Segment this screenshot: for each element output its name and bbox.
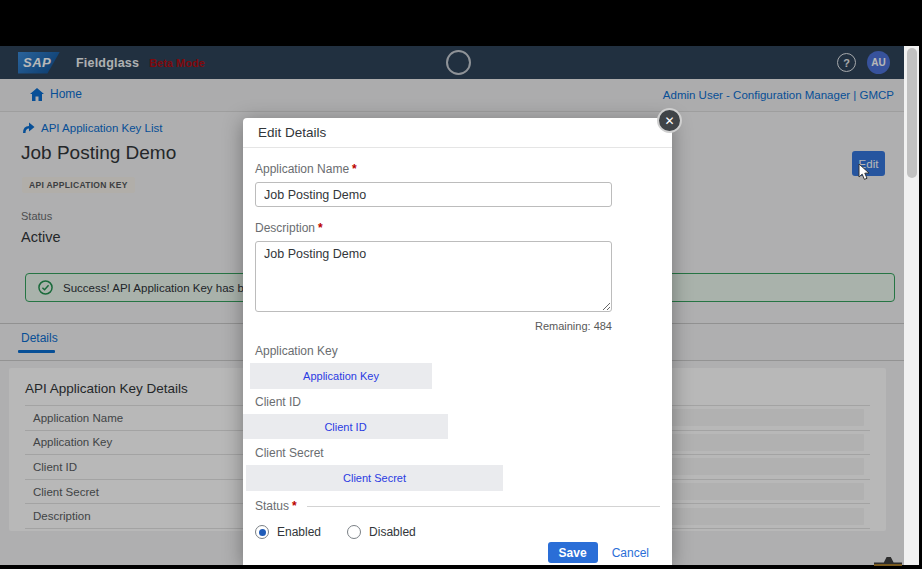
- mouse-cursor: [858, 163, 871, 181]
- status-section: Status*: [255, 499, 660, 513]
- required-asterisk: *: [318, 221, 323, 235]
- required-asterisk: *: [292, 499, 297, 513]
- radio-disabled-label: Disabled: [369, 525, 416, 539]
- application-name-label: Application Name*: [255, 162, 660, 176]
- remaining-counter: Remaining: 484: [255, 320, 612, 332]
- application-name-field[interactable]: [255, 182, 612, 207]
- scrollbar-thumb[interactable]: [907, 48, 917, 178]
- cancel-button[interactable]: Cancel: [612, 546, 649, 560]
- radio-enabled[interactable]: [255, 525, 269, 539]
- modal-body: Application Name* Description* Job Posti…: [243, 148, 672, 539]
- client-id-masked-value: Client ID: [243, 414, 448, 439]
- modal-status-label: Status*: [255, 499, 297, 513]
- scrollbar-track[interactable]: [904, 46, 919, 565]
- edit-details-modal: ✕ Edit Details Application Name* Descrip…: [243, 118, 672, 565]
- modal-footer: Save Cancel: [548, 542, 649, 563]
- description-label: Description*: [255, 221, 660, 235]
- modal-title: Edit Details: [258, 125, 326, 140]
- status-divider: [307, 506, 660, 507]
- client-secret-label: Client Secret: [255, 446, 660, 460]
- screen: SAP Fieldglass Beta Mode ? AU Home Admin…: [0, 0, 922, 569]
- close-icon[interactable]: ✕: [657, 108, 682, 133]
- client-id-label: Client ID: [255, 395, 660, 409]
- letterbox-top: [0, 0, 922, 46]
- radio-enabled-label: Enabled: [277, 525, 321, 539]
- modal-header: Edit Details: [243, 118, 672, 148]
- status-radio-group: Enabled Disabled: [255, 525, 660, 539]
- description-field[interactable]: Job Posting Demo: [255, 241, 612, 312]
- letterbox-bottom: [0, 565, 922, 569]
- radio-disabled[interactable]: [347, 525, 361, 539]
- client-secret-masked-value: Client Secret: [246, 465, 503, 491]
- application-key-masked-value: Application Key: [250, 363, 432, 389]
- save-button[interactable]: Save: [548, 542, 598, 563]
- application-key-label: Application Key: [255, 344, 660, 358]
- required-asterisk: *: [352, 162, 357, 176]
